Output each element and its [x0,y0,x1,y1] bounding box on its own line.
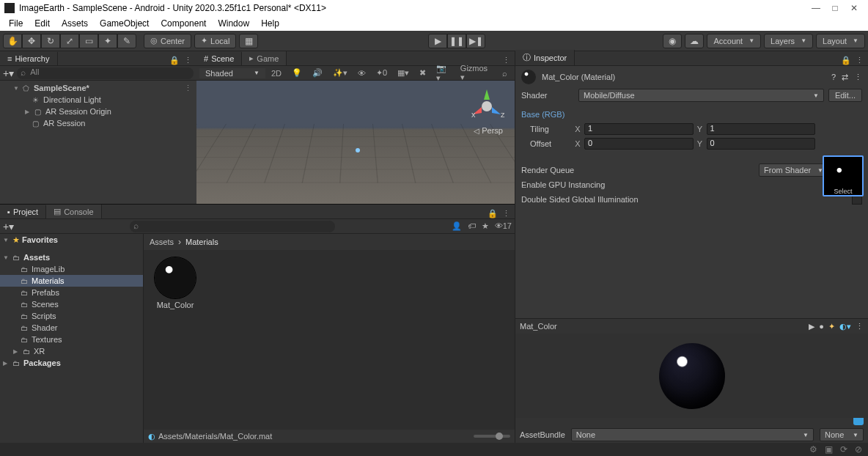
shader-dropdown[interactable]: Mobile/Diffuse▼ [578,89,824,102]
breadcrumb[interactable]: Assets › Materials [144,234,515,250]
maximize-button[interactable]: □ [825,3,845,13]
scene-menu-icon[interactable]: ⋮ [502,56,510,65]
tools-toggle[interactable]: ✖ [415,67,430,79]
scale-tool[interactable]: ⤢ [60,34,79,48]
render-queue-mode[interactable]: From Shader▼ [759,163,828,177]
console-tab[interactable]: ▤ Console [46,205,101,218]
scene-row[interactable]: ▼⬠SampleScene*⋮ [0,82,196,94]
account-dropdown[interactable]: Account▼ [707,34,761,48]
rect-tool[interactable]: ▭ [79,34,98,48]
snap-settings[interactable]: ▦ [239,34,258,48]
hand-tool[interactable]: ✋ [3,34,22,48]
header-menu-icon[interactable]: ⋮ [854,73,862,82]
project-search[interactable] [130,221,335,232]
scene-tab[interactable]: # Scene [196,52,242,65]
shading-mode-dropdown[interactable]: Shaded▼ [199,68,265,78]
status-icon[interactable]: ▣ [825,444,833,455]
hierarchy-search[interactable]: All [17,67,194,79]
tiling-x-field[interactable]: 1 [584,123,694,135]
menu-gameobject[interactable]: GameObject [94,17,155,30]
folder-row[interactable]: 🗀Shader [0,322,143,334]
assetbundle-name-dropdown[interactable]: None▼ [571,428,814,441]
menu-window[interactable]: Window [212,17,255,30]
tiling-y-field[interactable]: 1 [707,123,816,135]
assets-folder[interactable]: ▼🗀Assets [0,251,143,263]
base-texture-section[interactable]: Base (RGB) [515,107,868,122]
project-tab[interactable]: ▪ Project [0,205,46,218]
hierarchy-menu-icon[interactable]: ⋮ [184,56,192,65]
rotate-tool[interactable]: ↻ [41,34,60,48]
offset-x-field[interactable]: 0 [584,138,694,150]
collab-button[interactable]: ◉ [663,34,682,48]
favorites-folder[interactable]: ▼★Favorites [0,234,143,246]
custom-tool[interactable]: ✎ [117,34,136,48]
filter-type-icon[interactable]: 👤 [452,221,462,231]
material-preview[interactable] [515,334,868,418]
project-menu-icon[interactable]: ⋮ [502,209,510,218]
hierarchy-tab[interactable]: ≡ Hierarchy [0,52,58,65]
preview-menu-icon[interactable]: ⋮ [856,322,864,331]
menu-component[interactable]: Component [155,17,212,30]
layers-dropdown[interactable]: Layers▼ [764,34,813,48]
minimize-button[interactable]: — [806,3,825,13]
lighting-toggle[interactable]: 💡 [287,67,306,79]
packages-folder[interactable]: ▶🗀Packages [0,357,143,369]
projection-label[interactable]: ◁ Persp [474,126,503,135]
menu-edit[interactable]: Edit [29,17,56,30]
assetbundle-variant-dropdown[interactable]: None▼ [820,428,864,441]
step-button[interactable]: ▶❚ [466,34,485,48]
menu-assets[interactable]: Assets [56,17,94,30]
audio-toggle[interactable]: 🔊 [308,67,327,79]
layout-dropdown[interactable]: Layout▼ [816,34,865,48]
particle-toggle[interactable]: ✦0 [372,67,391,79]
cloud-button[interactable]: ☁ [685,34,704,48]
status-icon[interactable]: ⟳ [840,444,847,455]
folder-row[interactable]: ▶🗀XR [0,345,143,357]
preview-sphere-icon[interactable]: ● [819,322,824,331]
offset-y-field[interactable]: 0 [707,138,816,150]
status-icon[interactable]: ⚙ [809,444,817,455]
2d-toggle[interactable]: 2D [267,67,286,79]
transform-tool[interactable]: ✦ [98,34,117,48]
edit-shader-button[interactable]: Edit... [828,89,862,102]
hierarchy-lock-icon[interactable]: 🔒 [169,56,180,65]
hierarchy-add-button[interactable]: +▾ [3,67,14,79]
asset-material[interactable]: Mat_Color [151,257,199,309]
folder-row[interactable]: 🗀ImageLib [0,263,143,275]
hierarchy-item[interactable]: ▶▢AR Session Origin [0,106,196,117]
thumbnail-size-slider[interactable] [474,435,510,438]
asset-label-tag[interactable] [853,418,864,425]
status-icon[interactable]: ⊘ [855,444,862,455]
folder-row[interactable]: 🗀Scenes [0,298,143,310]
preview-play-icon[interactable]: ▶ [809,322,814,331]
texture-slot[interactable]: Select [823,155,864,196]
hidden-toggle[interactable]: 👁 [353,67,370,79]
pivot-center-toggle[interactable]: ◎Center [144,34,191,48]
filter-label-icon[interactable]: 🏷 [468,221,476,231]
inspector-menu-icon[interactable]: ⋮ [856,56,864,65]
preview-light-icon[interactable]: ✦ [828,322,835,331]
scene-viewport[interactable]: x z ◁ Persp [196,81,515,204]
project-lock-icon[interactable]: 🔒 [488,209,498,218]
hidden-count[interactable]: 👁17 [495,221,512,231]
grid-toggle[interactable]: ▦▾ [393,67,413,79]
close-button[interactable]: ✕ [845,3,864,13]
hierarchy-item[interactable]: ☀Directional Light [0,94,196,106]
play-button[interactable]: ▶ [428,34,447,48]
menu-file[interactable]: File [3,17,29,30]
orientation-gizmo[interactable]: x z [467,87,507,127]
inspector-tab[interactable]: ⓘ Inspector [515,50,575,65]
preview-wireframe-icon[interactable]: ◐▾ [839,322,851,331]
hierarchy-item[interactable]: ▢AR Session [0,117,196,129]
pause-button[interactable]: ❚❚ [447,34,466,48]
folder-row[interactable]: 🗀Textures [0,334,143,345]
preset-icon[interactable]: ⇄ [842,73,848,82]
game-tab[interactable]: ▸ Game [242,51,287,65]
texture-select-label[interactable]: Select [824,188,862,195]
favorite-icon[interactable]: ★ [482,221,489,231]
folder-row[interactable]: 🗀Materials [0,275,143,287]
folder-row[interactable]: 🗀Prefabs [0,287,143,298]
inspector-lock-icon[interactable]: 🔒 [841,56,851,65]
help-icon[interactable]: ? [831,73,836,81]
fx-toggle[interactable]: ✨▾ [328,67,352,79]
